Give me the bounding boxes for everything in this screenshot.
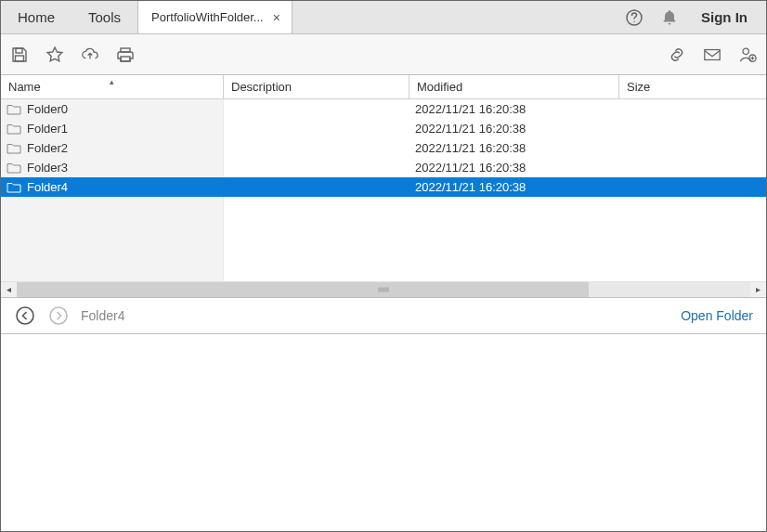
svg-point-7 (743, 48, 748, 54)
bell-icon[interactable] (660, 8, 679, 27)
open-folder-link[interactable]: Open Folder (681, 308, 753, 323)
table-row[interactable]: Folder02022/11/21 16:20:38 (1, 99, 766, 119)
folder-icon (6, 103, 21, 116)
row-name: Folder2 (27, 141, 68, 155)
file-list: Folder02022/11/21 16:20:38Folder12022/11… (1, 99, 766, 281)
tab-document[interactable]: PortfolioWithFolder... × (137, 1, 292, 33)
cloud-upload-icon[interactable] (81, 45, 99, 64)
folder-icon (6, 181, 21, 194)
row-modified: 2022/11/21 16:20:38 (410, 158, 619, 177)
tab-tools[interactable]: Tools (72, 1, 137, 33)
star-icon[interactable] (46, 45, 64, 64)
svg-point-10 (50, 307, 67, 324)
svg-rect-6 (705, 49, 720, 59)
nav-forward-button[interactable] (47, 305, 70, 327)
scroll-right-icon[interactable]: ▸ (750, 284, 766, 294)
svg-point-1 (633, 20, 634, 21)
tab-home[interactable]: Home (1, 1, 72, 33)
file-area: Folder02022/11/21 16:20:38Folder12022/11… (1, 99, 766, 297)
scroll-thumb[interactable] (17, 282, 589, 297)
row-size (619, 119, 766, 138)
table-row[interactable]: Folder12022/11/21 16:20:38 (1, 119, 766, 138)
folder-icon (6, 162, 21, 175)
row-description (224, 99, 410, 119)
column-header-modified[interactable]: Modified (410, 75, 619, 98)
row-modified: 2022/11/21 16:20:38 (410, 138, 619, 158)
row-name: Folder4 (27, 180, 68, 194)
link-icon[interactable] (668, 45, 686, 64)
table-row[interactable]: Folder32022/11/21 16:20:38 (1, 158, 766, 177)
add-user-icon[interactable] (738, 45, 757, 64)
row-size (619, 138, 766, 158)
sign-in-button[interactable]: Sign In (696, 9, 753, 25)
row-size (619, 177, 766, 197)
row-modified: 2022/11/21 16:20:38 (410, 119, 619, 138)
row-modified: 2022/11/21 16:20:38 (410, 177, 619, 197)
row-size (619, 158, 766, 177)
table-row[interactable]: Folder22022/11/21 16:20:38 (1, 138, 766, 158)
row-description (224, 177, 410, 197)
column-header-name[interactable]: Name ▴ (1, 75, 224, 98)
breadcrumb: Folder4 (81, 308, 124, 323)
scroll-left-icon[interactable]: ◂ (1, 284, 17, 294)
horizontal-scrollbar[interactable]: ◂ ▸ (1, 281, 766, 297)
toolbar (1, 34, 766, 75)
close-tab-icon[interactable]: × (271, 10, 282, 25)
row-name: Folder0 (27, 102, 68, 116)
row-description (224, 119, 410, 138)
table-row[interactable]: Folder42022/11/21 16:20:38 (1, 177, 766, 197)
column-headers: Name ▴ Description Modified Size (1, 75, 766, 99)
svg-point-9 (17, 307, 33, 324)
column-header-size[interactable]: Size (619, 75, 766, 98)
help-icon[interactable] (625, 8, 644, 27)
nav-back-button[interactable] (14, 305, 36, 327)
tab-bar: Home Tools PortfolioWithFolder... × Sign… (1, 1, 766, 34)
svg-rect-2 (16, 48, 22, 53)
scroll-track[interactable] (17, 282, 750, 297)
folder-icon (6, 142, 21, 155)
row-name: Folder1 (27, 122, 68, 136)
row-description (224, 138, 410, 158)
save-icon[interactable] (10, 45, 29, 64)
row-name: Folder3 (27, 161, 68, 175)
print-icon[interactable] (116, 45, 135, 64)
tab-document-label: PortfolioWithFolder... (151, 10, 264, 24)
folder-icon (6, 123, 21, 136)
sort-ascending-icon: ▴ (110, 77, 114, 86)
navigation-bar: Folder4 Open Folder (1, 297, 766, 334)
mail-icon[interactable] (703, 45, 722, 64)
column-header-description[interactable]: Description (224, 75, 410, 98)
svg-rect-5 (121, 57, 130, 61)
row-size (619, 99, 766, 119)
preview-pane (1, 334, 766, 532)
row-modified: 2022/11/21 16:20:38 (410, 99, 619, 119)
row-description (224, 158, 410, 177)
svg-rect-3 (16, 56, 24, 61)
